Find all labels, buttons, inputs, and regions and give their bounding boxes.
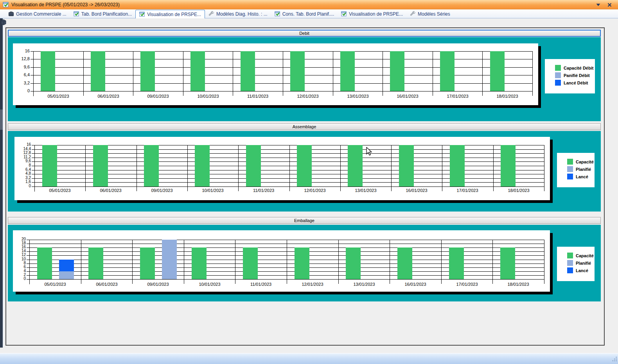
y-tick	[32, 145, 34, 145]
y-axis-line	[34, 145, 35, 192]
tab-visualisation-de-prspe[interactable]: Visualisation de PRSPE...	[135, 10, 205, 18]
bar-capacite[interactable]	[290, 51, 305, 91]
chart-area-emballage: 2018161412108642005/01/202306/01/202309/…	[13, 230, 550, 292]
bar-capacite[interactable]	[346, 247, 361, 279]
bar-planifie[interactable]	[59, 271, 74, 279]
bar-capacite[interactable]	[297, 145, 312, 186]
bar-capacite[interactable]	[243, 247, 258, 279]
tab-visualisation-de-prspe[interactable]: Visualisation de PRSPE...	[338, 10, 406, 18]
legend-label: Capacité	[576, 160, 594, 164]
x-axis-label: 05/01/2023	[33, 94, 83, 99]
calendar-check-icon	[139, 11, 145, 17]
legend-item: Capacité	[567, 158, 595, 165]
legend-item: Capacité Débit	[555, 64, 595, 72]
bar-capacite[interactable]	[88, 247, 103, 279]
bar-capacite[interactable]	[348, 145, 363, 186]
y-tick	[27, 279, 29, 280]
legend-item: Capacité	[567, 252, 595, 259]
group-separator	[338, 240, 339, 284]
legend-label: Planifié	[576, 167, 591, 172]
y-tick-label: 16	[15, 143, 31, 147]
x-axis-label: 06/01/2023	[85, 188, 136, 193]
bar-capacite[interactable]	[241, 51, 255, 91]
legend-color-chip	[555, 80, 561, 86]
scroll-thumb[interactable]	[0, 109, 3, 130]
tab-gestion-commerciale[interactable]: Gestion Commerciale ...	[5, 10, 70, 18]
window-menu-button[interactable]	[596, 4, 600, 6]
x-axis-label: 09/01/2023	[133, 94, 183, 99]
bar-capacite[interactable]	[295, 247, 309, 279]
bar-capacite[interactable]	[246, 145, 261, 186]
panel-header-debit[interactable]: Debit	[8, 30, 601, 37]
bar-capacite[interactable]	[501, 145, 516, 186]
x-axis-label: 17/01/2023	[442, 188, 493, 193]
calendar-check-icon	[3, 2, 9, 8]
panel-title: Assemblage	[293, 124, 316, 129]
tab-mod-les-diag-histo[interactable]: Modèles Diag. Histo. : ...	[205, 10, 271, 18]
y-tick	[32, 161, 34, 162]
bar-lance[interactable]	[59, 260, 74, 271]
window-close-button[interactable]	[607, 3, 612, 7]
legend-color-chip	[567, 267, 573, 273]
group-separator	[238, 145, 239, 191]
bar-capacite[interactable]	[449, 247, 464, 279]
group-separator	[340, 145, 341, 191]
y-tick-label: 1,6	[15, 180, 31, 184]
bar-capacite[interactable]	[440, 51, 455, 91]
tab-mod-les-s-ries[interactable]: Modèles Séries	[406, 10, 454, 18]
panel-header-assemblage[interactable]: Assemblage	[8, 123, 601, 130]
bar-capacite[interactable]	[490, 51, 505, 91]
content-area: Debit 1612,89,66,43,2005/01/202306/01/20…	[0, 18, 618, 353]
x-axis-label: 06/01/2023	[81, 282, 133, 287]
group-separator	[183, 51, 183, 96]
bar-capacite[interactable]	[390, 51, 404, 91]
resize-grip[interactable]	[612, 356, 617, 363]
y-tick	[32, 182, 34, 183]
bar-capacite[interactable]	[41, 51, 55, 91]
y-tick-label: 12	[10, 253, 26, 257]
group-separator	[383, 51, 383, 96]
bar-capacite[interactable]	[192, 247, 207, 279]
panel-title: Emballage	[294, 218, 314, 223]
x-axis-label: 18/01/2023	[492, 282, 544, 287]
group-separator	[390, 240, 390, 284]
y-tick	[27, 240, 29, 240]
panel-header-emballage[interactable]: Emballage	[8, 217, 601, 224]
bar-capacite[interactable]	[140, 247, 155, 279]
legend-item: Lancé	[567, 173, 595, 180]
y-tick-label: 12,8	[15, 151, 31, 155]
window-title: Visualisation de PRSPE (05/01/2023 -> 26…	[11, 2, 120, 7]
y-tick-label: 0	[15, 184, 31, 188]
legend-label: Lancé	[576, 174, 588, 179]
bar-capacite[interactable]	[37, 247, 52, 279]
bar-capacite[interactable]	[397, 247, 412, 279]
calendar-check-icon	[341, 11, 347, 17]
y-tick-label: 4,8	[15, 172, 31, 176]
legend-color-chip	[567, 260, 573, 266]
group-separator	[85, 145, 86, 191]
x-axis-label: 13/01/2023	[333, 94, 383, 99]
x-axis-label: 18/01/2023	[493, 188, 544, 193]
group-separator	[137, 145, 137, 191]
group-separator	[289, 145, 290, 191]
bar-capacite[interactable]	[340, 51, 355, 91]
bar-capacite[interactable]	[190, 51, 205, 91]
bar-capacite[interactable]	[93, 145, 108, 186]
bar-capacite[interactable]	[91, 51, 105, 91]
legend-label: Panifié Débit	[564, 73, 590, 78]
tab-tab-bord-planification[interactable]: Tab. Bord Planification...	[70, 10, 135, 18]
bar-capacite[interactable]	[450, 145, 465, 186]
y-tick	[31, 51, 33, 52]
bar-capacite[interactable]	[195, 145, 210, 186]
group-separator	[233, 51, 233, 96]
x-axis-label: 17/01/2023	[433, 94, 483, 99]
legend-assemblage: CapacitéPlanifiéLancé	[557, 153, 595, 187]
bar-planifie[interactable]	[162, 240, 177, 279]
tab-cons-tab-bord-planif[interactable]: Cons. Tab. Bord Planif....	[271, 10, 338, 18]
bar-capacite[interactable]	[399, 145, 414, 186]
bar-capacite[interactable]	[140, 51, 155, 91]
bar-capacite[interactable]	[500, 247, 515, 279]
y-tick	[31, 67, 33, 68]
bar-capacite[interactable]	[42, 145, 57, 186]
bar-capacite[interactable]	[144, 145, 159, 186]
